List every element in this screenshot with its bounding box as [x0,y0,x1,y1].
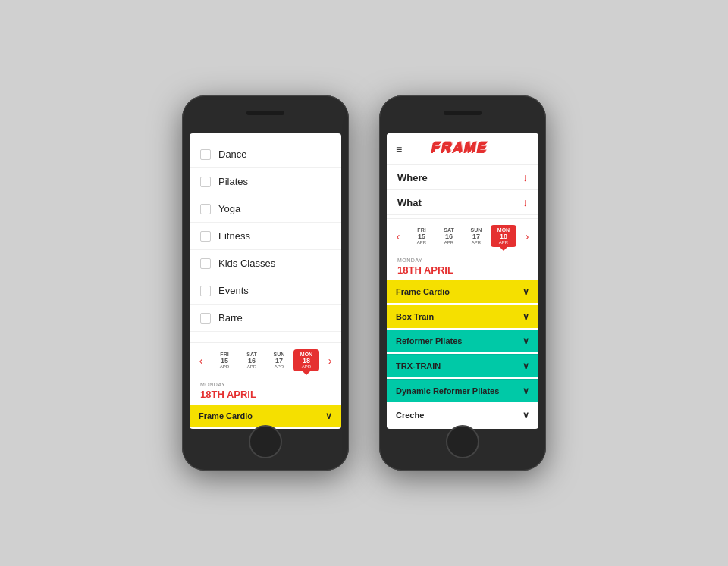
class-row-trx-2[interactable]: TRX-TRAIN ∨ [387,354,538,377]
what-filter[interactable]: What ↓ [387,190,538,215]
prev-arrow-1[interactable]: ‹ [194,355,208,367]
fri-name-2: FRI [417,227,425,233]
class-label-2: Reformer Pilates [396,336,462,346]
cal-nav-1: ‹ FRI 15 APR SAT 16 APR SUN 17 [194,349,337,371]
next-arrow-2[interactable]: › [520,230,534,242]
cal-days-1: FRI 15 APR SAT 16 APR SUN 17 APR [209,349,322,371]
sun-num-1: 17 [275,357,283,364]
class-row-creche-2[interactable]: Creche ∨ [387,404,538,427]
chevron-5: ∨ [522,410,529,421]
phone-1-screen: Dance Pilates Yoga Fitness Kids Classes … [190,133,341,429]
menu-item-events[interactable]: Events [190,277,341,305]
where-arrow: ↓ [522,171,528,183]
menu-label-kids: Kids Classes [218,258,275,269]
class-label-0: Frame Cardio [396,287,450,296]
sun-num-2: 17 [472,233,480,240]
cal-day-sun-2[interactable]: SUN 17 APR [463,225,489,247]
sun-month-1: APR [275,364,284,369]
menu-item-dance[interactable]: Dance [190,141,341,168]
monday-date-1: 18TH APRIL [190,389,341,405]
fri-num-1: 15 [221,357,228,364]
cal-day-sat-2[interactable]: SAT 16 APR [436,225,462,247]
menu-item-barre[interactable]: Barre [190,305,341,332]
class-row-frame-cardio-2[interactable]: Frame Cardio ∨ [387,280,538,303]
classes-list-1: Frame Cardio ∨ Box Train ∨ [190,405,341,429]
class-label-frame-cardio-1: Frame Cardio [199,411,253,421]
where-label: Where [397,172,428,183]
what-label: What [397,197,422,208]
menu-label-yoga: Yoga [218,203,240,214]
sat-num-2: 16 [445,233,453,240]
class-row-reformer-2[interactable]: Reformer Pilates ∨ [387,330,538,352]
chevron-1: ∨ [522,311,529,322]
menu-item-kids[interactable]: Kids Classes [190,250,341,277]
class-row-box-train-2[interactable]: Box Train ∨ [387,305,538,328]
phone-1: Dance Pilates Yoga Fitness Kids Classes … [182,95,349,471]
menu-item-fitness[interactable]: Fitness [190,223,341,250]
menu-item-pilates[interactable]: Pilates [190,168,341,195]
monday-label-2: MONDAY [387,253,538,264]
menu-list: Dance Pilates Yoga Fitness Kids Classes … [190,133,341,339]
sat-name-1: SAT [246,352,256,357]
cal-days-2: FRI 15 APR SAT 16 APR SUN 17 APR [406,225,519,247]
app-header: ≡ FRAME [387,133,538,165]
checkbox-dance[interactable] [200,149,211,160]
mon-name-1: MON [300,352,312,357]
class-label-5: Creche [396,411,424,420]
chevron-4: ∨ [522,386,529,396]
sat-month-1: APR [247,364,256,369]
what-arrow: ↓ [522,196,528,208]
checkbox-kids[interactable] [200,258,211,269]
logo-text: FRAME [431,141,487,156]
cal-nav-2: ‹ FRI 15 APR SAT 16 APR SUN 17 [391,225,534,247]
fri-month-2: APR [417,240,426,245]
next-arrow-1[interactable]: › [323,355,337,367]
monday-date-2: 18TH APRIL [387,264,538,280]
monday-label-1: MONDAY [190,377,341,389]
menu-label-dance: Dance [218,149,247,160]
menu-label-pilates: Pilates [218,176,248,187]
menu-label-events: Events [218,285,249,296]
class-label-1: Box Train [396,312,434,321]
sun-month-2: APR [472,240,481,245]
checkbox-pilates[interactable] [200,177,211,187]
checkbox-yoga[interactable] [200,204,211,214]
phone-2-screen: ≡ FRAME Where ↓ What ↓ ‹ FRI 15 [387,133,538,429]
cal-day-sun-1[interactable]: SUN 17 APR [266,349,292,371]
phone-2: ≡ FRAME Where ↓ What ↓ ‹ FRI 15 [379,95,546,471]
menu-label-fitness: Fitness [218,230,250,242]
class-row-dynamic-2[interactable]: Dynamic Reformer Pilates ∨ [387,379,538,402]
fri-month-1: APR [220,364,229,369]
menu-label-barre: Barre [218,312,243,324]
class-label-4: Dynamic Reformer Pilates [396,386,499,396]
chevron-frame-cardio-1: ∨ [325,411,332,421]
sat-name-2: SAT [444,227,453,233]
mon-num-1: 18 [303,357,310,364]
logo: FRAME [408,141,510,157]
cal-day-fri-1[interactable]: FRI 15 APR [212,349,237,371]
menu-item-yoga[interactable]: Yoga [190,195,341,223]
fri-num-2: 15 [418,233,425,240]
cal-day-mon-1[interactable]: MON 18 APR [293,349,319,371]
checkbox-events[interactable] [200,286,211,296]
cal-day-fri-2[interactable]: FRI 15 APR [409,225,435,247]
checkbox-fitness[interactable] [200,231,211,242]
sat-month-2: APR [444,240,453,245]
chevron-3: ∨ [522,361,529,371]
class-row-frame-cardio-1[interactable]: Frame Cardio ∨ [190,405,341,427]
cal-day-sat-1[interactable]: SAT 16 APR [239,349,265,371]
sun-name-1: SUN [274,352,285,357]
chevron-0: ∨ [522,286,529,297]
fri-name-1: FRI [220,352,228,357]
prev-arrow-2[interactable]: ‹ [391,230,405,242]
mon-num-2: 18 [500,233,507,240]
hamburger-icon[interactable]: ≡ [396,143,402,155]
sun-name-2: SUN [471,227,482,233]
mon-month-2: APR [499,240,508,245]
sat-num-1: 16 [248,357,256,364]
cal-day-mon-2[interactable]: MON 18 APR [491,225,516,247]
where-filter[interactable]: Where ↓ [387,165,538,190]
calendar-strip-1: ‹ FRI 15 APR SAT 16 APR SUN 17 [190,342,341,377]
mon-name-2: MON [497,227,510,233]
checkbox-barre[interactable] [200,313,211,324]
